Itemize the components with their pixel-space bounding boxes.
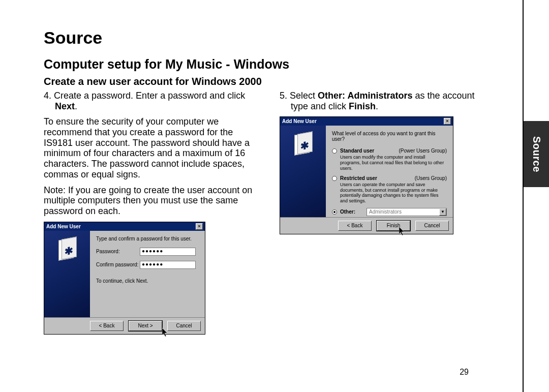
step-4: 4. Create a password. Enter a password a… (44, 91, 262, 111)
close-icon[interactable]: × (196, 223, 203, 230)
page-divider (523, 0, 524, 392)
dialog-password-title: Add New User (46, 224, 81, 229)
side-tab-source: Source (524, 121, 549, 187)
next-button[interactable]: Next > (129, 321, 162, 331)
continue-note: To continue, click Next. (96, 278, 199, 284)
step-5: 5. Select Other: Administrators as the a… (280, 91, 483, 111)
option-other[interactable]: Other: Administrators ▼ (332, 208, 447, 216)
dialog-access-titlebar: Add New User × (280, 117, 453, 126)
step-5-num: 5. (280, 91, 287, 101)
dialog-password-footer: < Back Next > Cancel (44, 317, 205, 334)
radio-icon[interactable] (332, 148, 337, 154)
cancel-button[interactable]: Cancel (167, 321, 201, 331)
option-restricted-label: Restricted user (340, 175, 391, 181)
step-5-bold1: Other: Administrators (318, 91, 412, 101)
page-subtitle: Computer setup for My Music - Windows (44, 57, 493, 72)
back-button[interactable]: < Back (90, 321, 124, 331)
radio-icon[interactable] (332, 209, 337, 215)
option-restricted-group: (Users Group) (391, 175, 447, 181)
back-button[interactable]: < Back (338, 221, 372, 231)
option-standard-group: (Power Users Group) (391, 148, 447, 154)
column-left: 4. Create a password. Enter a password a… (44, 91, 262, 335)
confirm-password-input[interactable]: ●●●●●● (140, 261, 196, 269)
book-star-icon: ✱ (291, 132, 315, 158)
option-restricted-user[interactable]: Restricted user (Users Group) (332, 175, 447, 181)
book-star-icon: ✱ (55, 237, 79, 263)
dialog-access-level: Add New User × ✱ What level of access do… (280, 116, 453, 234)
option-other-label: Other: (340, 209, 362, 215)
radio-icon[interactable] (332, 176, 337, 181)
side-tab-label: Source (531, 136, 542, 172)
option-standard-user[interactable]: Standard user (Power Users Group) (332, 148, 447, 154)
step-4-num: 4. (44, 91, 51, 101)
step-5-text-a: Select (290, 91, 318, 101)
dialog-password-prompt: Type and confirm a password for this use… (96, 236, 199, 242)
cancel-button[interactable]: Cancel (415, 221, 449, 231)
password-label: Password: (96, 249, 140, 254)
dialog-access-footer: < Back Finish Cancel (280, 217, 453, 234)
step-5-end: . (376, 101, 378, 111)
option-standard-desc: Users can modify the computer and instal… (340, 155, 447, 171)
svg-marker-0 (162, 328, 167, 337)
chevron-down-icon[interactable]: ▼ (439, 208, 446, 216)
step-4-bold: Next (55, 101, 75, 111)
security-paragraph: To ensure the security of your computer … (44, 116, 262, 179)
dialog-access-title: Add New User (282, 118, 317, 124)
password-input[interactable]: ●●●●●● (140, 248, 196, 256)
other-dropdown[interactable]: Administrators ▼ (367, 208, 447, 216)
step-4-text-a: Create a password. Enter a password and … (54, 91, 245, 101)
step-4-end: . (75, 101, 77, 111)
dropdown-value: Administrators (369, 209, 402, 215)
confirm-password-label: Confirm password: (96, 262, 140, 267)
dialog-access-prompt: What level of access do you want to gran… (332, 131, 447, 142)
option-standard-label: Standard user (340, 148, 391, 154)
page-number: 29 (460, 368, 469, 377)
dialog-sidebar: ✱ (44, 231, 90, 317)
section-heading: Create a new user account for Windows 20… (44, 76, 493, 87)
option-restricted-desc: Users can operate the computer and save … (340, 182, 447, 204)
dialog-password: Add New User × ✱ Type and confirm a pass… (44, 222, 205, 335)
finish-button[interactable]: Finish (377, 221, 410, 231)
page-title: Source (44, 28, 493, 48)
page-content: Source Computer setup for My Music - Win… (0, 0, 508, 392)
dialog-password-titlebar: Add New User × (44, 222, 205, 231)
step-5-bold2: Finish (349, 101, 376, 111)
close-icon[interactable]: × (444, 118, 451, 125)
dialog-sidebar: ✱ (280, 126, 326, 217)
note-paragraph: Note: If you are going to create the use… (44, 185, 262, 217)
column-right: 5. Select Other: Administrators as the a… (280, 91, 483, 335)
